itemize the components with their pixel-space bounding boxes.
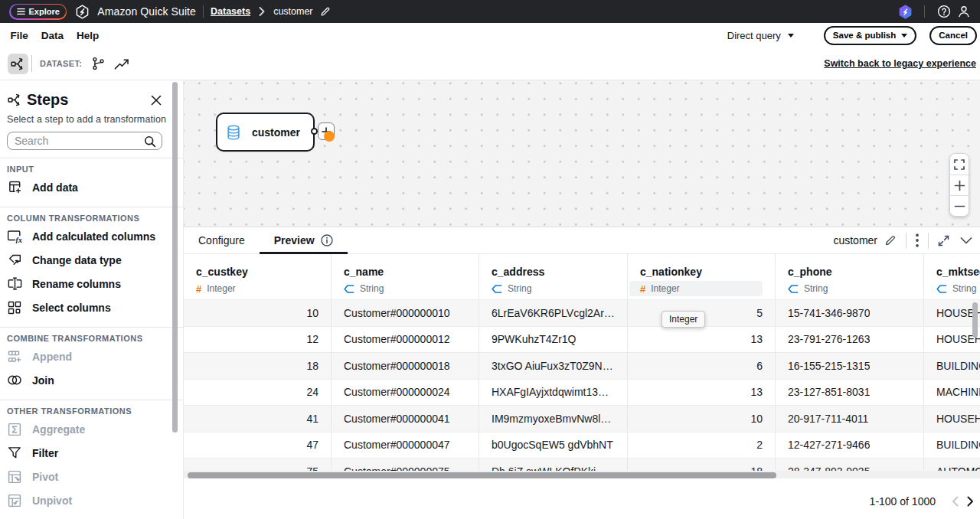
menu-help[interactable]: Help bbox=[70, 30, 106, 41]
dataset-branch-icon[interactable] bbox=[88, 54, 108, 73]
close-icon[interactable] bbox=[151, 95, 162, 106]
table-cell-c_custkey: 41 bbox=[184, 406, 332, 432]
column-header-c_phone[interactable]: c_phoneString bbox=[776, 254, 924, 299]
steps-flow-toggle-button[interactable] bbox=[8, 54, 28, 74]
sidebar-item-pivot[interactable]: Pivot bbox=[0, 465, 183, 488]
cancel-button[interactable]: Cancel bbox=[929, 26, 977, 45]
svg-text:fx: fx bbox=[16, 235, 22, 243]
search-icon[interactable] bbox=[144, 135, 156, 148]
quick-suite-app-icon[interactable] bbox=[895, 2, 915, 21]
explore-button[interactable]: Explore bbox=[9, 4, 67, 20]
cell-value: BUILDING bbox=[936, 360, 980, 372]
table-cell-c_address: 9PWKuhzT4Zr1Q bbox=[479, 327, 628, 353]
cell-value: 5 bbox=[756, 307, 763, 319]
tab-configure[interactable]: Configure bbox=[184, 227, 260, 253]
sidebar-scrollbar[interactable] bbox=[172, 82, 178, 432]
cell-value: Customer#000000041 bbox=[344, 413, 450, 425]
table-cell-c_phone: 16-155-215-1315 bbox=[776, 353, 924, 379]
column-datatype-badge[interactable]: #Integer bbox=[629, 281, 763, 296]
breadcrumb-datasets-link[interactable]: Datasets bbox=[211, 6, 250, 17]
column-header-c_address[interactable]: c_addressString bbox=[479, 254, 628, 299]
column-datatype-badge[interactable]: #Integer bbox=[196, 281, 318, 296]
zoom-in-button[interactable] bbox=[950, 175, 969, 195]
menu-data[interactable]: Data bbox=[34, 30, 70, 41]
cell-value: 9PWKuhzT4Zr1Q bbox=[492, 333, 576, 345]
node-output-port[interactable] bbox=[311, 128, 318, 135]
next-page-button[interactable] bbox=[967, 496, 974, 507]
tab-preview[interactable]: Preview bbox=[260, 227, 348, 253]
expand-panel-icon[interactable] bbox=[938, 235, 949, 246]
zoom-out-icon bbox=[954, 201, 965, 212]
column-header-c_mktsegment[interactable]: c_mktsegmentString bbox=[924, 254, 980, 299]
dataset-publish-trend-icon[interactable] bbox=[111, 54, 131, 73]
caret-down-icon bbox=[788, 34, 794, 38]
cell-value: Customer#000000018 bbox=[344, 360, 450, 372]
datatype-tooltip: Integer bbox=[662, 311, 705, 328]
collapse-panel-chevron-icon[interactable] bbox=[960, 237, 972, 244]
column-name: c_name bbox=[344, 266, 466, 278]
column-datatype-badge[interactable]: String bbox=[344, 281, 466, 296]
table-row: 47Customer#000000047b0UgocSqEW5 gdVbhNT2… bbox=[184, 432, 980, 459]
cell-value: BUILDING bbox=[936, 439, 980, 451]
column-datatype-badge[interactable]: String bbox=[788, 281, 911, 296]
switch-legacy-link[interactable]: Switch back to legacy experience bbox=[824, 58, 976, 69]
sidebar-item-join[interactable]: Join bbox=[0, 368, 183, 392]
zoom-controls bbox=[949, 153, 969, 217]
info-icon[interactable] bbox=[321, 234, 333, 246]
cell-value: Customer#000000010 bbox=[344, 307, 450, 319]
sidebar-item-change-data-type[interactable]: Change data type bbox=[0, 248, 183, 272]
sidebar-item-label: Append bbox=[32, 351, 72, 363]
section-label: INPUT bbox=[0, 158, 183, 175]
sidebar-item-add-data[interactable]: Add data bbox=[0, 175, 183, 199]
cell-value: 23-127-851-8031 bbox=[788, 386, 870, 398]
column-header-c_name[interactable]: c_nameString bbox=[332, 254, 479, 299]
fit-view-button[interactable] bbox=[950, 154, 969, 175]
cell-value: 2 bbox=[756, 439, 763, 451]
column-datatype-label: String bbox=[952, 283, 976, 294]
previous-page-button[interactable] bbox=[952, 496, 959, 507]
hamburger-icon bbox=[17, 8, 25, 15]
breadcrumb-chevron-icon bbox=[259, 7, 265, 16]
column-datatype-badge[interactable]: String bbox=[492, 281, 615, 296]
top-navigation-bar: Explore Amazon Quick Suite Datasets cust… bbox=[0, 0, 980, 23]
table-cell-c_custkey: 12 bbox=[184, 327, 332, 353]
integer-type-icon: # bbox=[640, 283, 645, 295]
flow-canvas[interactable]: customer bbox=[184, 80, 980, 227]
table-horizontal-scrollbar[interactable] bbox=[184, 471, 980, 478]
rename-dataset-pencil-icon[interactable] bbox=[320, 6, 331, 17]
column-header-c_nationkey[interactable]: c_nationkey#Integer bbox=[628, 254, 776, 299]
sidebar-item-filter[interactable]: Filter bbox=[0, 441, 183, 465]
query-mode-dropdown[interactable]: Direct query bbox=[727, 30, 794, 41]
table-cell-c_custkey: 24 bbox=[184, 380, 332, 406]
zoom-out-button[interactable] bbox=[950, 195, 969, 216]
sidebar-item-unpivot[interactable]: Unpivot bbox=[0, 488, 183, 512]
sidebar-item-aggregate[interactable]: Aggregate bbox=[0, 417, 183, 441]
table-cell-c_address: IM9mzmyoxeBmvNw8lA7G… bbox=[479, 406, 628, 432]
table-header-row: c_custkey#Integerc_nameStringc_addressSt… bbox=[184, 254, 980, 299]
sidebar-title: Steps bbox=[27, 91, 68, 109]
table-vertical-scrollbar[interactable] bbox=[972, 302, 978, 338]
panel-dataset-name: customer bbox=[833, 234, 877, 246]
column-datatype-badge[interactable]: String bbox=[936, 281, 980, 296]
table-cell-c_address: b0UgocSqEW5 gdVbhNT bbox=[479, 432, 628, 459]
customer-node[interactable]: customer bbox=[216, 113, 315, 152]
sidebar-item-label: Add data bbox=[32, 181, 78, 194]
help-icon[interactable] bbox=[934, 2, 954, 21]
user-profile-icon[interactable] bbox=[954, 2, 974, 21]
cell-value: 10 bbox=[306, 307, 318, 319]
scrollbar-thumb[interactable] bbox=[188, 472, 776, 478]
string-type-icon bbox=[788, 285, 799, 293]
sidebar-item-append[interactable]: Append bbox=[0, 344, 183, 368]
table-body: 10Customer#0000000106LrEaV6KR6PLVcgl2ArL… bbox=[184, 299, 980, 478]
sidebar-item-select-columns[interactable]: Select columns bbox=[0, 295, 183, 319]
column-header-c_custkey[interactable]: c_custkey#Integer bbox=[184, 254, 332, 299]
edit-dataset-name-pencil-icon[interactable] bbox=[884, 234, 897, 246]
cell-value: 16-155-215-1315 bbox=[788, 360, 870, 372]
menu-file[interactable]: File bbox=[4, 30, 34, 41]
search-input[interactable] bbox=[8, 135, 162, 147]
sidebar-item-add-calculated-columns[interactable]: fx Add calculated columns bbox=[0, 224, 183, 248]
sidebar-item-rename-columns[interactable]: Rename columns bbox=[0, 272, 183, 295]
table-cell-c_name: Customer#000000024 bbox=[332, 380, 479, 406]
kebab-menu-icon[interactable] bbox=[916, 233, 919, 247]
save-publish-button[interactable]: Save & publish bbox=[824, 26, 916, 45]
